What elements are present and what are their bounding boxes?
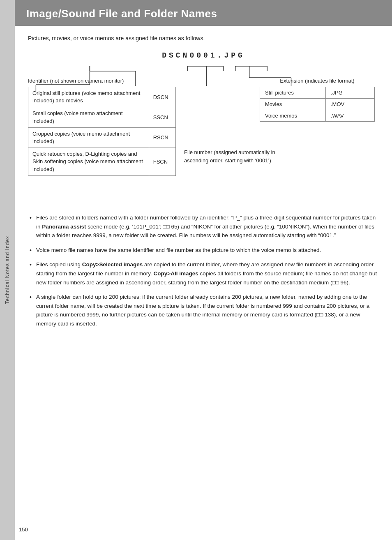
- file-number-note: File number (assigned automatically in a…: [184, 148, 283, 164]
- content-area: Pictures, movies, or voice memos are ass…: [15, 26, 392, 328]
- type-cell: Voice memos: [260, 110, 326, 122]
- type-cell: Still pictures: [260, 87, 326, 99]
- bullet-section: Files are stored in folders named with a…: [28, 213, 379, 328]
- bullet-list: Files are stored in folders named with a…: [28, 213, 379, 328]
- list-item: A single folder can hold up to 200 pictu…: [28, 293, 379, 328]
- row-code: RSCN: [149, 127, 175, 148]
- identifier-table: Original still pictures (voice memo atta…: [28, 87, 176, 176]
- identifier-label: Identifier (not shown on camera monitor): [28, 78, 124, 84]
- table-row: Quick retouch copies, D-Lighting copies …: [28, 148, 176, 176]
- row-code: SSCN: [149, 107, 175, 127]
- list-item: Files are stored in folders named with a…: [28, 213, 379, 240]
- main-content: Image/Sound File and Folder Names Pictur…: [15, 0, 392, 540]
- extension-label: Extension (indicates file format): [260, 78, 375, 84]
- bold-text: Copy>All images: [154, 270, 198, 277]
- sidebar: Technical Notes and Index: [0, 0, 15, 540]
- row-description: Quick retouch copies, D-Lighting copies …: [28, 148, 149, 176]
- table-row: Movies.MOV: [260, 99, 375, 110]
- table-row: Original still pictures (voice memo atta…: [28, 87, 176, 107]
- filename-display: DSCN0001.JPG: [28, 51, 379, 60]
- table-row: Voice memos.WAV: [260, 110, 375, 122]
- row-code: DSCN: [149, 87, 175, 107]
- page-number: 150: [19, 526, 28, 533]
- diagram-area: Identifier (not shown on camera monitor)…: [28, 62, 379, 202]
- table-row: Still pictures.JPG: [260, 87, 375, 99]
- intro-text: Pictures, movies, or voice memos are ass…: [28, 35, 379, 42]
- diagram-section: DSCN0001.JPG: [28, 51, 379, 202]
- extension-table: Still pictures.JPGMovies.MOVVoice memos.…: [260, 87, 375, 122]
- bold-text: Copy>Selected images: [82, 261, 143, 268]
- page-title: Image/Sound File and Folder Names: [26, 7, 380, 20]
- sidebar-label: Technical Notes and Index: [5, 236, 10, 304]
- page-header: Image/Sound File and Folder Names: [15, 0, 392, 26]
- row-description: Small copies (voice memo attachment incl…: [28, 107, 149, 127]
- row-code: FSCN: [149, 148, 175, 176]
- table-row: Small copies (voice memo attachment incl…: [28, 107, 176, 127]
- type-cell: Movies: [260, 99, 326, 110]
- row-description: Original still pictures (voice memo atta…: [28, 87, 149, 107]
- list-item: Files copied using Copy>Selected images …: [28, 260, 379, 287]
- list-item: Voice memo file names have the same iden…: [28, 246, 379, 255]
- ext-cell: .WAV: [326, 110, 375, 122]
- table-row: Cropped copies (voice memo attachment in…: [28, 127, 176, 148]
- bold-text: Panorama assist: [42, 224, 86, 230]
- row-description: Cropped copies (voice memo attachment in…: [28, 127, 149, 148]
- ext-cell: .MOV: [326, 99, 375, 110]
- ext-cell: .JPG: [326, 87, 375, 99]
